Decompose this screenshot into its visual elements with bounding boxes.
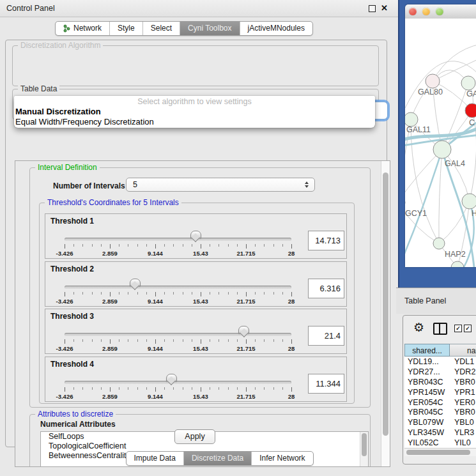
table-row[interactable]: YDR27...YDR2 bbox=[404, 367, 476, 377]
slider-thumb[interactable] bbox=[130, 279, 141, 286]
table-row[interactable]: YBR043CYBR0 bbox=[404, 377, 476, 387]
thresholds-group: Threshold's Coordinates for 5 Intervals … bbox=[39, 203, 355, 404]
close-icon[interactable]: ✕ bbox=[381, 3, 388, 13]
slider-tick bbox=[282, 387, 283, 390]
slider-tick bbox=[228, 339, 229, 342]
slider-tick bbox=[73, 292, 74, 295]
table-cell[interactable]: YBL0 bbox=[450, 417, 476, 427]
table-cell[interactable]: YDL1 bbox=[450, 357, 476, 367]
table-cell[interactable]: YIL052C bbox=[404, 438, 450, 448]
slider-tick-label: 15.43 bbox=[193, 345, 208, 352]
slider-tick-label: 28 bbox=[288, 250, 295, 257]
settings-scrollbar-thumb[interactable] bbox=[383, 173, 388, 436]
network-node-gal11[interactable] bbox=[405, 112, 418, 127]
network-node-hap2[interactable] bbox=[433, 238, 445, 249]
list-scrollbar[interactable] bbox=[360, 432, 368, 467]
threshold-value-field[interactable]: 14.713 bbox=[308, 231, 344, 250]
tab-select[interactable]: Select bbox=[142, 22, 180, 35]
slider-tick bbox=[128, 292, 128, 295]
table-row[interactable]: YER054CYER0 bbox=[404, 397, 476, 408]
slider-track[interactable] bbox=[65, 333, 291, 336]
table-cell[interactable]: YPR145W bbox=[404, 387, 450, 397]
column-header-name[interactable]: name bbox=[450, 344, 476, 357]
threshold-label: Threshold 4 bbox=[50, 360, 94, 369]
slider-track[interactable] bbox=[65, 381, 291, 384]
gear-icon[interactable]: ⚙ bbox=[413, 321, 424, 334]
tab-style[interactable]: Style bbox=[109, 22, 142, 35]
minimize-traffic-light-icon[interactable] bbox=[422, 8, 430, 15]
table-cell[interactable]: YBR0 bbox=[450, 377, 476, 387]
network-window-titlebar[interactable] bbox=[405, 4, 476, 19]
threshold-value-field[interactable]: 11.344 bbox=[308, 374, 344, 394]
table-row[interactable]: YBL079WYBL0 bbox=[404, 417, 476, 427]
tab-network[interactable]: Network bbox=[56, 22, 109, 35]
table-cell[interactable]: YBR045C bbox=[404, 407, 450, 417]
slider-tick bbox=[201, 244, 201, 249]
network-node-c[interactable] bbox=[465, 104, 476, 118]
table-cell[interactable]: YER0 bbox=[450, 397, 476, 408]
checkbox-icon[interactable]: ✓ bbox=[454, 325, 462, 332]
threshold-value-field[interactable]: 6.316 bbox=[308, 279, 344, 298]
table-cell[interactable]: YLR3 bbox=[450, 427, 476, 438]
threshold-value-field[interactable]: 21.4 bbox=[308, 326, 344, 346]
slider-thumb[interactable] bbox=[238, 326, 249, 334]
float-window-icon[interactable] bbox=[369, 5, 376, 12]
screen: Control Panel ✕ NetworkStyleSelectCyni T… bbox=[0, 0, 476, 476]
slider-track[interactable] bbox=[65, 238, 291, 241]
algorithm-option[interactable]: Equal Width/Frequency Discretization bbox=[14, 117, 375, 127]
tab-impute-data[interactable]: Impute Data bbox=[127, 452, 183, 465]
table-row[interactable]: YLR345WYLR3 bbox=[404, 427, 476, 438]
table-cell[interactable]: YBR043C bbox=[404, 377, 450, 387]
interval-definition-label: Interval Definition bbox=[35, 163, 100, 173]
table-cell[interactable]: YBL079W bbox=[404, 417, 450, 427]
panel-title: Control Panel bbox=[6, 4, 55, 13]
tab-infer-network[interactable]: Infer Network bbox=[251, 452, 312, 465]
slider-tick bbox=[219, 292, 219, 295]
slider-thumb[interactable] bbox=[190, 231, 201, 238]
network-node-gal80[interactable] bbox=[426, 74, 440, 88]
tab-jactivemnodules[interactable]: jActiveMNodules bbox=[240, 22, 312, 35]
settings-vertical-scrollbar[interactable] bbox=[381, 161, 390, 466]
table-row[interactable]: YIL052CYIL0 bbox=[404, 438, 476, 448]
slider-tick bbox=[192, 292, 192, 295]
column-header-shared-name[interactable]: shared... bbox=[404, 344, 450, 357]
table-cell[interactable]: YER054C bbox=[404, 397, 450, 408]
number-of-intervals-combobox[interactable]: 5 bbox=[126, 178, 315, 192]
slider-tick bbox=[146, 387, 147, 390]
slider-tick bbox=[155, 244, 156, 249]
list-scrollbar-thumb[interactable] bbox=[362, 433, 367, 456]
table-cell[interactable]: YIL0 bbox=[450, 438, 476, 448]
apply-button[interactable]: Apply bbox=[174, 429, 215, 444]
table-row[interactable]: YPR145WYPR1 bbox=[404, 387, 476, 397]
network-node-h[interactable] bbox=[462, 194, 476, 209]
slider-tick bbox=[73, 339, 74, 342]
network-node-gal4[interactable] bbox=[433, 141, 451, 158]
thresholds-group-label: Threshold's Coordinates for 5 Intervals bbox=[45, 198, 181, 208]
table-horizontal-scrollbar[interactable] bbox=[404, 448, 476, 456]
slider-tick bbox=[137, 244, 138, 247]
combo-stepper-icon bbox=[305, 181, 309, 188]
table-cell[interactable]: YBR0 bbox=[450, 407, 476, 417]
slider-tick bbox=[228, 387, 229, 390]
table-cell[interactable]: YDR27... bbox=[404, 367, 450, 377]
table-cell[interactable]: YPR1 bbox=[450, 387, 476, 397]
table-scrollbar-thumb[interactable] bbox=[406, 450, 470, 455]
slider-tick bbox=[146, 244, 147, 247]
zoom-traffic-light-icon[interactable] bbox=[436, 8, 443, 15]
network-node-label: GCY1 bbox=[405, 209, 427, 218]
network-canvas[interactable]: GAL80GACGAL11GAL4GCY1HHAP2 bbox=[405, 19, 476, 267]
checkbox-icon[interactable]: ✓ bbox=[464, 325, 472, 332]
table-cell[interactable]: YDR2 bbox=[450, 367, 476, 377]
algorithm-option[interactable]: Manual Discretization bbox=[14, 107, 375, 117]
network-node-g[interactable] bbox=[461, 76, 475, 90]
columns-icon[interactable] bbox=[433, 323, 447, 335]
close-traffic-light-icon[interactable] bbox=[409, 8, 417, 15]
table-cell[interactable]: YDL19... bbox=[404, 357, 450, 367]
table-cell[interactable]: YLR345W bbox=[404, 427, 450, 438]
table-row[interactable]: YDL19...YDL1 bbox=[404, 357, 476, 367]
table-row[interactable]: YBR045CYBR0 bbox=[404, 407, 476, 417]
slider-thumb[interactable] bbox=[166, 374, 177, 381]
tab-cyni-toolbox[interactable]: Cyni Toolbox bbox=[180, 22, 239, 35]
tab-discretize-data[interactable]: Discretize Data bbox=[183, 452, 251, 465]
slider-track[interactable] bbox=[65, 286, 291, 289]
